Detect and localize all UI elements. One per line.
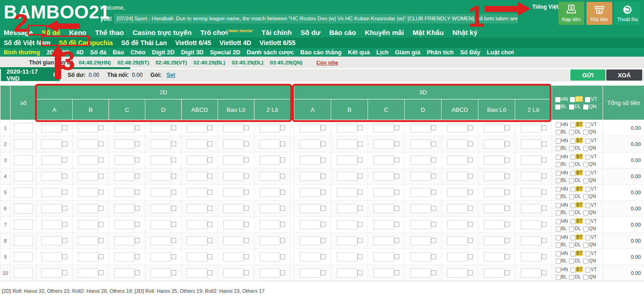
bet-checkbox-2d-bao-lo[interactable] <box>244 238 249 243</box>
bet-checkbox-2d-b[interactable] <box>98 206 104 211</box>
bet-checkbox-3d-c[interactable] <box>394 254 399 259</box>
bet-amount-input-3d-a[interactable] <box>300 139 321 149</box>
bet-amount-input-2d-a[interactable] <box>41 139 62 149</box>
bet-checkbox-3d-d[interactable] <box>431 157 436 163</box>
bet-amount-input-3d-c[interactable] <box>374 204 394 213</box>
bet-checkbox-3d-a[interactable] <box>321 238 326 243</box>
bet-checkbox-2d-2-lo[interactable] <box>280 270 285 275</box>
region-toggle-vt[interactable]: VT <box>585 170 597 175</box>
region-checkbox-vt[interactable] <box>585 97 590 102</box>
tab-item-lich[interactable]: Lịch <box>376 49 389 56</box>
draw-date-selector[interactable]: 2020-11-17 VND <box>1 69 60 81</box>
region-checkbox-bt[interactable] <box>570 122 575 128</box>
bet-amount-input-3d-bao-lo[interactable] <box>484 188 505 197</box>
bet-checkbox-2d-b[interactable] <box>98 190 104 195</box>
bet-checkbox-3d-c[interactable] <box>394 125 399 130</box>
bet-amount-input-2d-bao-lo[interactable] <box>223 220 244 229</box>
bet-amount-input-3d-2-lo[interactable] <box>521 123 541 133</box>
bet-amount-input-3d-abcd[interactable] <box>447 268 468 278</box>
region-checkbox-dl[interactable] <box>569 243 574 248</box>
bet-amount-input-2d-b[interactable] <box>78 236 98 245</box>
region-checkbox-qn[interactable] <box>583 104 588 110</box>
bet-amount-input-2d-2-lo[interactable] <box>259 139 280 149</box>
bet-checkbox-3d-b[interactable] <box>357 125 362 130</box>
bet-checkbox-2d-a[interactable] <box>62 190 67 195</box>
region-toggle-bl[interactable]: BL <box>556 177 567 183</box>
tab-item-dao[interactable]: Đảo <box>113 49 124 56</box>
bet-amount-input-2d-abcd[interactable] <box>187 188 207 197</box>
region-toggle-dl[interactable]: DL <box>569 274 581 279</box>
region-checkbox-bl[interactable] <box>556 130 561 135</box>
region-toggle-dl[interactable]: DL <box>569 242 581 247</box>
bet-amount-input-2d-abcd[interactable] <box>187 268 207 278</box>
bet-amount-input-3d-c[interactable] <box>374 139 394 149</box>
bet-amount-input-2d-a[interactable] <box>41 204 62 213</box>
bet-checkbox-3d-bao-lo[interactable] <box>505 254 510 259</box>
bet-checkbox-3d-a[interactable] <box>321 174 326 179</box>
bet-amount-input-2d-bao-lo[interactable] <box>223 268 244 278</box>
region-checkbox-bt[interactable] <box>570 251 575 256</box>
region-toggle-hn[interactable]: HN <box>556 234 568 240</box>
bet-checkbox-2d-c[interactable] <box>135 157 140 163</box>
bet-checkbox-2d-2-lo[interactable] <box>280 174 285 179</box>
region-checkbox-bt[interactable] <box>570 139 575 144</box>
region-toggle-dl[interactable]: DL <box>569 209 581 215</box>
bet-amount-input-3d-bao-lo[interactable] <box>484 268 505 278</box>
region-checkbox-hn[interactable] <box>556 251 561 256</box>
region-checkbox-vt[interactable] <box>585 235 590 240</box>
bet-amount-input-3d-bao-lo[interactable] <box>484 139 505 149</box>
bet-amount-input-3d-c[interactable] <box>374 188 394 197</box>
bet-checkbox-3d-2-lo[interactable] <box>541 174 546 179</box>
bet-amount-input-2d-a[interactable] <box>41 252 62 261</box>
bet-amount-input-2d-b[interactable] <box>78 139 98 149</box>
bet-amount-input-2d-d[interactable] <box>150 204 171 213</box>
bet-checkbox-3d-b[interactable] <box>357 157 362 163</box>
package-set-link[interactable]: Set <box>167 72 175 78</box>
bet-checkbox-3d-bao-lo[interactable] <box>505 238 510 243</box>
bet-checkbox-2d-c[interactable] <box>135 141 140 146</box>
tab-item-so-day[interactable]: Số Đẩy <box>460 49 480 56</box>
region-checkbox-bl[interactable] <box>556 226 561 232</box>
bet-checkbox-3d-abcd[interactable] <box>468 206 473 211</box>
bet-checkbox-2d-a[interactable] <box>62 254 67 259</box>
bet-amount-input-3d-abcd[interactable] <box>447 252 468 261</box>
bet-checkbox-3d-a[interactable] <box>321 270 326 275</box>
deposit-button[interactable]: $ Nạp tiền <box>558 2 584 25</box>
region-checkbox-hn[interactable] <box>555 97 560 102</box>
bet-checkbox-3d-2-lo[interactable] <box>541 141 546 146</box>
bet-amount-input-3d-a[interactable] <box>300 172 321 181</box>
bet-amount-input-3d-c[interactable] <box>374 172 394 181</box>
bet-checkbox-3d-a[interactable] <box>321 206 326 211</box>
region-checkbox-bt[interactable] <box>570 97 575 102</box>
bet-checkbox-3d-bao-lo[interactable] <box>505 157 510 163</box>
region-toggle-qn[interactable]: QN <box>583 274 596 279</box>
bet-checkbox-2d-abcd[interactable] <box>207 222 213 227</box>
bet-amount-input-2d-abcd[interactable] <box>187 220 207 229</box>
tab-item-cheo[interactable]: Chéo <box>131 49 146 56</box>
bet-amount-input-3d-abcd[interactable] <box>447 172 468 181</box>
bet-checkbox-3d-c[interactable] <box>394 174 399 179</box>
bet-amount-input-3d-bao-lo[interactable] <box>484 204 505 213</box>
bet-amount-input-3d-d[interactable] <box>410 123 431 133</box>
bet-amount-input-3d-b[interactable] <box>337 188 357 197</box>
bet-amount-input-2d-b[interactable] <box>78 220 98 229</box>
bet-amount-input-3d-bao-lo[interactable] <box>484 156 505 165</box>
bet-checkbox-2d-d[interactable] <box>171 238 176 243</box>
region-toggle-bt[interactable]: BT <box>570 154 583 159</box>
bet-amount-input-2d-d[interactable] <box>150 123 171 133</box>
bet-amount-input-3d-a[interactable] <box>300 220 321 229</box>
tab-item-phan-tich[interactable]: Phân tích <box>427 49 454 56</box>
bet-checkbox-3d-2-lo[interactable] <box>541 157 546 163</box>
bet-amount-input-2d-2-lo[interactable] <box>259 123 280 133</box>
bet-amount-input-2d-b[interactable] <box>78 252 98 261</box>
bet-amount-input-3d-d[interactable] <box>410 139 431 149</box>
bet-checkbox-3d-c[interactable] <box>394 270 399 275</box>
region-toggle-qn[interactable]: QN <box>583 242 596 247</box>
bet-amount-input-3d-a[interactable] <box>300 188 321 197</box>
region-toggle-dl[interactable]: DL <box>569 104 581 109</box>
region-toggle-vt[interactable]: VT <box>585 250 597 256</box>
bet-amount-input-3d-c[interactable] <box>374 268 394 278</box>
bet-checkbox-3d-2-lo[interactable] <box>541 254 546 259</box>
region-toggle-hn[interactable]: HN <box>556 122 568 127</box>
region-checkbox-bt[interactable] <box>570 235 575 240</box>
